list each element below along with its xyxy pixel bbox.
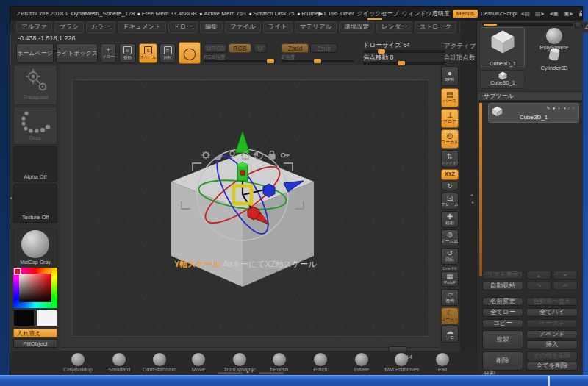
tray-collapse-left-icon[interactable]: ◂	[10, 195, 12, 200]
ghost-button[interactable]: ☾ ゴースト	[441, 307, 459, 324]
fill-object-button[interactable]: FillObject	[13, 339, 57, 348]
draw-tool-button[interactable]: + ドロー	[101, 43, 116, 63]
homepage-button[interactable]: ホームページ	[16, 43, 54, 63]
subtool-item[interactable]: ✎ ● ◐ ◑ ∕ ○ Cube3D_1	[488, 103, 579, 123]
quick-save-button[interactable]: クイックセーブ	[357, 10, 399, 18]
shelf-scroll-arrows[interactable]: ▲▼	[245, 369, 254, 374]
brush-standard[interactable]: Standard	[98, 353, 140, 373]
pan-button[interactable]: ✚ 移動	[441, 211, 459, 228]
menu-light[interactable]: ライト	[263, 21, 293, 33]
brush-trimdynamic[interactable]: TrimDynamic	[218, 353, 262, 373]
m-button[interactable]: M	[254, 43, 267, 53]
rgb-button[interactable]: RGB	[229, 43, 251, 53]
rgb-intensity-slider[interactable]: RGB強度	[204, 54, 276, 62]
palette-dot-button[interactable]	[575, 21, 581, 28]
recent-tool-tile[interactable]: Cube3D_1	[481, 70, 525, 89]
solo-button[interactable]: ☁ ソロ	[441, 326, 459, 343]
panel-arrows-icon[interactable]: ◂▤	[520, 10, 531, 17]
move-up-hierarchy-button[interactable]: ↷	[526, 282, 551, 290]
window-opacity-slider[interactable]: ウィンドウ透明度	[402, 10, 450, 18]
frame-button[interactable]: ⊡ フレーム	[441, 193, 459, 210]
brush-pail[interactable]: Pail	[426, 353, 459, 373]
panel-arrows2-icon[interactable]: ▤▸	[535, 10, 545, 17]
brush-claybuildup[interactable]: ClayBuildup	[57, 353, 98, 373]
texture-tile[interactable]: Texture Off	[13, 184, 57, 223]
menu-render[interactable]: レンダー	[376, 21, 412, 33]
all-high-button[interactable]: 全てハイ	[526, 308, 578, 317]
paste-button[interactable]: ペースト	[526, 319, 578, 328]
bpr-button[interactable]: ● BPR	[441, 66, 459, 86]
menu-brush[interactable]: ブラシ	[54, 21, 84, 33]
brush-inflate[interactable]: Inflate	[343, 353, 381, 373]
polyframe-button[interactable]: ▦ PolyF	[441, 271, 459, 287]
rename-button[interactable]: 名前変更	[482, 297, 523, 306]
active-tool-tile[interactable]: Cube3D_1	[481, 27, 525, 68]
duplicate-button[interactable]: 複製	[482, 330, 523, 349]
menu-document[interactable]: ドキュメント	[118, 21, 166, 33]
z-intensity-knob[interactable]	[314, 59, 321, 63]
scale-tool-button[interactable]: S スケール	[139, 43, 157, 63]
swap-color-button[interactable]: 入れ替え	[13, 329, 57, 337]
rotate-tool-button[interactable]: R 回転	[159, 43, 176, 63]
subtool-toggle-icons[interactable]: ✎ ● ◐ ◑ ∕ ○	[546, 105, 576, 110]
transpose-tile[interactable]: Transpose	[13, 65, 57, 105]
saturation-square[interactable]	[19, 274, 51, 302]
perspective-button[interactable]: ▤ パース	[441, 88, 459, 107]
menu-file[interactable]: ファイル	[225, 21, 261, 33]
insert-button[interactable]: 挿入	[526, 340, 578, 349]
auto-sort-button[interactable]: 自動並べ替え	[526, 297, 578, 306]
zoom3d-button[interactable]: ⊕ ズーム3D	[441, 229, 459, 246]
menu-material[interactable]: マテリアル	[295, 21, 337, 33]
lightbox-button[interactable]: ライトボックス	[56, 43, 98, 63]
tool-palette-slider[interactable]	[482, 23, 573, 26]
sculptris-brush-button[interactable]: ◯	[179, 42, 201, 64]
transparent-button[interactable]: ▱ 透明	[441, 289, 459, 306]
rgb-intensity-knob[interactable]	[267, 59, 274, 63]
delete-others-button[interactable]: その他を削除	[526, 351, 578, 360]
local-symmetry-button[interactable]: ⇅ Lシンメトリ	[441, 150, 459, 168]
subtool-header[interactable]: サブツール	[478, 91, 583, 101]
z-intensity-slider[interactable]: Z強度	[282, 54, 354, 62]
shelf-scroll-bar-right[interactable]	[259, 372, 284, 374]
secondary-color-swatch[interactable]	[36, 310, 57, 326]
subtool-scrollbar[interactable]	[479, 103, 482, 276]
delete-all-button[interactable]: 全てを削除	[526, 362, 578, 371]
brush-pinch[interactable]: Pinch	[301, 353, 340, 373]
tray-collapse-right-icon[interactable]: ▸	[471, 192, 473, 197]
floor-button[interactable]: ⊥ フロア	[441, 109, 459, 128]
focal-shift-slider[interactable]	[363, 62, 445, 65]
shelf-scroll-bar-left[interactable]	[218, 372, 243, 374]
xyz-button[interactable]: XYZ	[441, 169, 459, 180]
menus-button[interactable]: Menus	[453, 10, 478, 18]
focal-shift-knob[interactable]	[398, 61, 405, 65]
brush-imm-primitives[interactable]: IMM Primitives	[378, 353, 425, 373]
alpha-tile[interactable]: Alpha Off	[13, 146, 57, 182]
zadd-button[interactable]: Zadd	[282, 43, 309, 53]
zscript-button[interactable]: DefaultZScript	[481, 10, 518, 17]
menu-color[interactable]: カラー	[86, 21, 115, 33]
brush-move[interactable]: Move	[179, 353, 218, 373]
spin-button[interactable]: ↻	[441, 182, 459, 190]
delete-button[interactable]: 削除	[482, 351, 523, 371]
script-arrows2-icon[interactable]: ▣▸	[564, 10, 574, 17]
menu-alpha[interactable]: アルファ	[16, 21, 52, 33]
append-button[interactable]: アペンド	[526, 330, 578, 339]
subtool-up-button[interactable]: ▲	[526, 271, 551, 279]
lock-icon[interactable]	[578, 10, 582, 17]
menu-stroke[interactable]: ストローク	[415, 21, 456, 33]
script-arrows-icon[interactable]: ◂▣	[550, 10, 560, 17]
subtool-down-button[interactable]: ▼	[553, 271, 578, 279]
move-down-hierarchy-button[interactable]: ↶	[553, 282, 578, 290]
color-picker[interactable]	[13, 268, 57, 308]
zsub-button[interactable]: Zsub	[310, 43, 337, 53]
brush-hpolish[interactable]: hPolish	[260, 353, 298, 373]
gizmo-toolbar[interactable]	[200, 149, 291, 161]
move-tool-button[interactable]: M 移動	[119, 43, 136, 63]
rotate3d-button[interactable]: ↺ 回転	[441, 248, 459, 265]
scene-3d[interactable]	[72, 79, 429, 337]
menu-preferences[interactable]: 環境設定	[339, 21, 374, 33]
tool-cylinder[interactable]: Cylinder3D	[531, 47, 578, 71]
list-view-button[interactable]: リスト表示	[482, 271, 523, 279]
brush-damstandard[interactable]: DamStandard	[138, 353, 181, 373]
draw-size-slider[interactable]	[363, 50, 445, 53]
